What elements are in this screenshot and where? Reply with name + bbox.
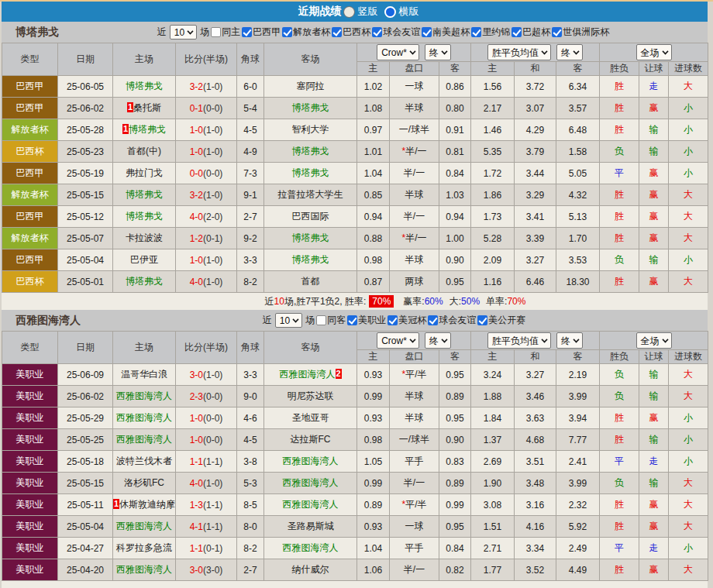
checkbox-label[interactable]: 美职业	[358, 314, 386, 327]
team-name: 塞阿拉	[297, 81, 325, 91]
recent-count-select[interactable]: 10	[275, 313, 302, 328]
table-row: 美职业25-06-09温哥华白浪3-0(1-0)3-3西雅图海湾人20.93*平…	[2, 364, 708, 386]
handicap-cell: 两球	[390, 271, 439, 293]
filter-bar: 近10场同主巴西甲解放者杯巴西杯球会友谊南美超杯里约锦巴超杯世俱洲际杯	[59, 25, 708, 40]
result-wdl-cell: 负	[600, 141, 639, 163]
handicap-cell: *平/半	[390, 364, 439, 386]
corner-cell: 6-0	[237, 76, 264, 98]
checkbox-美职业[interactable]	[347, 315, 357, 325]
checkbox-南美超杯[interactable]	[422, 27, 432, 37]
radio-vertical-layout[interactable]	[343, 6, 355, 18]
result-wdl-cell: 平	[600, 163, 639, 184]
avg-odds-select[interactable]: 胜平负均值	[487, 332, 551, 349]
avg-odds-select[interactable]: 胜平负均值	[487, 44, 551, 60]
odds-home-cell: 0.99	[357, 386, 390, 407]
scope-select[interactable]: 全场	[636, 44, 672, 60]
league-type-badge: 美职业	[2, 516, 58, 538]
recent-count-select[interactable]: 10	[170, 25, 197, 40]
table-row: 美职业25-05-04西雅图海湾人4-1(1-1)8-0圣路易斯城0.93一球0…	[2, 516, 708, 538]
checkbox-解放者杯[interactable]	[282, 27, 292, 37]
checkbox-同客[interactable]	[316, 315, 326, 325]
checkbox-同主[interactable]	[211, 27, 221, 37]
checkbox-世俱洲际杯[interactable]	[552, 27, 562, 37]
radio-horizontal-layout[interactable]	[384, 6, 396, 18]
table-row: 解放者杯25-05-281博塔弗戈1-0(1-0)4-5智利大学0.97一/球半…	[2, 119, 708, 141]
team-name: 西雅图海湾人	[116, 390, 172, 401]
date-cell: 25-05-04	[58, 249, 113, 271]
checkbox-label[interactable]: 球会友谊	[439, 314, 476, 327]
checkbox-label[interactable]: 解放者杯	[293, 26, 330, 39]
date-cell: 25-05-15	[58, 473, 113, 494]
score-fulltime: 1-3	[190, 500, 203, 511]
odds-home-cell: 0.88	[357, 228, 390, 249]
result-handicap-cell: 赢	[639, 516, 669, 538]
radio-vertical-label[interactable]: 竖版	[358, 5, 378, 19]
euro-home-cell: 1.88	[471, 386, 515, 407]
euro-away-cell: 5.13	[556, 206, 600, 228]
checkbox-label[interactable]: 世俱洲际杯	[563, 26, 609, 39]
caret-down-icon	[441, 336, 447, 342]
odds-away-cell: 0.90	[439, 429, 471, 451]
euro-draw-cell: 3.41	[515, 206, 556, 228]
checkbox-label[interactable]: 美冠杯	[398, 314, 426, 327]
handicap-cell: *平/半	[390, 494, 439, 516]
date-cell: 25-04-27	[58, 538, 113, 559]
odds-final-select[interactable]: 终	[425, 332, 451, 349]
table-row: 巴西甲25-05-12博塔弗戈4-0(2-0)2-7巴西国际0.94半/一0.9…	[2, 206, 708, 228]
checkbox-美冠杯[interactable]	[388, 315, 398, 325]
handicap-cell: 一球	[390, 516, 439, 538]
radio-horizontal-label[interactable]: 横版	[399, 5, 419, 19]
score-fulltime: 4-0	[190, 211, 203, 222]
team-name: 纳什威尔	[292, 564, 329, 575]
checkbox-球会友谊[interactable]	[372, 27, 382, 37]
result-handicap-cell: 走	[639, 76, 669, 98]
euro-home-cell: 5.35	[471, 141, 515, 163]
euro-away-cell: 3.57	[556, 98, 600, 119]
team-name: 博塔弗戈	[292, 146, 329, 156]
checkbox-label[interactable]: 里约锦	[482, 26, 510, 39]
score-cell: 3-0(1-0)	[176, 364, 237, 386]
avg-final-select[interactable]: 终	[556, 332, 583, 349]
checkbox-label[interactable]: 巴西杯	[343, 26, 370, 39]
checkbox-巴西杯[interactable]	[332, 27, 342, 37]
away-team-cell: 智利大学	[264, 119, 357, 141]
scope-select[interactable]: 全场	[636, 332, 672, 349]
odds-company-select[interactable]: Crow*	[377, 332, 419, 349]
corner-cell: 4-9	[237, 141, 264, 163]
result-goals-cell: 大	[669, 184, 708, 206]
checkbox-美公开赛[interactable]	[477, 315, 487, 325]
odds-away-cell: 0.86	[439, 76, 471, 98]
summary-count: 10	[274, 296, 284, 307]
checkbox-label[interactable]: 巴超杯	[522, 26, 550, 39]
home-team-cell: 波特兰伐木者	[113, 451, 176, 473]
checkbox-巴西甲[interactable]	[242, 27, 252, 37]
odds-away-cell: 0.83	[439, 451, 471, 473]
euro-draw-cell: 3.79	[515, 141, 556, 163]
score-halftime: (0-0)	[203, 103, 222, 114]
home-team-cell: 博塔弗戈	[113, 184, 176, 206]
score-fulltime: 3-0	[190, 370, 203, 380]
checkbox-球会友谊[interactable]	[428, 315, 438, 325]
home-team-cell: 博塔弗戈	[113, 76, 176, 98]
odds-home-cell: 1.08	[357, 98, 390, 119]
checkbox-里约锦[interactable]	[471, 27, 481, 37]
checkbox-label[interactable]: 巴西甲	[253, 26, 281, 39]
odds-company-select[interactable]: Crow*	[377, 44, 419, 60]
away-team-cell: 巴西国际	[264, 206, 357, 228]
handicap-cell: 一/球半	[390, 429, 439, 451]
euro-draw-cell: 3.48	[515, 473, 556, 494]
checkbox-label[interactable]: 同主	[222, 26, 240, 39]
checkbox-label[interactable]: 球会友谊	[383, 26, 420, 39]
checkbox-label[interactable]: 美公开赛	[488, 314, 525, 327]
corner-cell: 8-2	[237, 538, 264, 559]
avg-final-select[interactable]: 终	[556, 44, 583, 60]
score-halftime: (1-0)	[203, 277, 222, 287]
checkbox-label[interactable]: 南美超杯	[432, 26, 470, 39]
caret-down-icon	[662, 48, 668, 54]
checkbox-label[interactable]: 同客	[327, 314, 346, 327]
checkbox-巴超杯[interactable]	[512, 27, 522, 37]
filter-near-label: 近	[263, 314, 272, 327]
filter-near-label: 近	[157, 26, 167, 39]
odds-final-select[interactable]: 终	[425, 44, 451, 60]
euro-away-cell: 6.34	[556, 76, 600, 98]
